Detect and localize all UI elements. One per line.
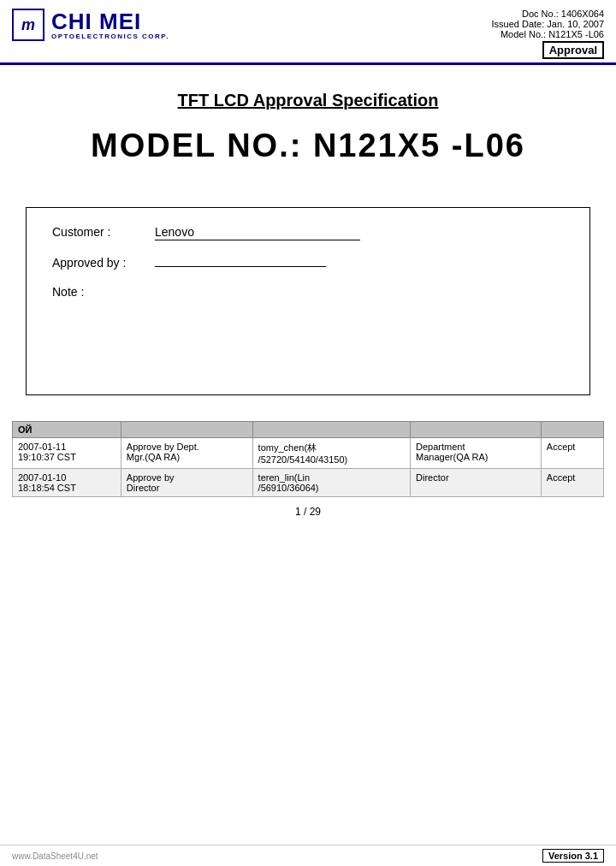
brand-subtitle: OPTOELECTRONICS CORP. xyxy=(51,33,169,40)
table-row: 2007-01-10 18:18:54 CSTApprove by Direct… xyxy=(13,469,604,497)
issued-date: Issued Date: Jan. 10, 2007 xyxy=(492,19,604,29)
page-footer: www.DataSheet4U.net Version 3.1 xyxy=(0,845,616,866)
info-box: Customer : Lenovo Approved by : Note : xyxy=(26,207,590,395)
page-header: m CHI MEI OPTOELECTRONICS CORP. Doc No.:… xyxy=(0,0,616,65)
col-header-status xyxy=(541,422,603,438)
approval-table-wrapper: ОЙ 2007-01-11 19:10:37 CSTApprove by Dep… xyxy=(12,421,604,497)
doc-no: Doc No.: 1406X064 xyxy=(492,9,604,19)
col-header-date: ОЙ xyxy=(13,422,121,438)
logo-text: CHI MEI OPTOELECTRONICS CORP. xyxy=(51,10,169,40)
col-header-role xyxy=(411,422,542,438)
customer-row: Customer : Lenovo xyxy=(52,225,564,240)
customer-label: Customer : xyxy=(52,225,155,239)
table-cell-0-4: Accept xyxy=(541,438,603,469)
logo-icon: m xyxy=(12,9,44,41)
table-cell-0-2: tomy_chen(林 /52720/54140/43150) xyxy=(252,438,410,469)
table-cell-1-2: teren_lin(Lin /56910/36064) xyxy=(252,469,410,497)
table-row: 2007-01-11 19:10:37 CSTApprove by Dept. … xyxy=(13,438,604,469)
table-cell-0-3: Department Manager(QA RA) xyxy=(411,438,542,469)
header-info: Doc No.: 1406X064 Issued Date: Jan. 10, … xyxy=(492,9,604,62)
table-cell-1-1: Approve by Director xyxy=(121,469,252,497)
footer-version: Version 3.1 xyxy=(542,849,604,863)
page-number: 1 / 29 xyxy=(0,506,616,518)
approval-table: ОЙ 2007-01-11 19:10:37 CSTApprove by Dep… xyxy=(12,421,604,497)
main-content: TFT LCD Approval Specification MODEL NO.… xyxy=(0,65,616,207)
logo-area: m CHI MEI OPTOELECTRONICS CORP. xyxy=(12,9,169,41)
footer-website: www.DataSheet4U.net xyxy=(12,851,98,861)
brand-name: CHI MEI xyxy=(51,10,169,33)
note-label: Note : xyxy=(52,285,155,299)
table-cell-1-0: 2007-01-10 18:18:54 CST xyxy=(13,469,121,497)
approved-by-label: Approved by : xyxy=(52,256,155,270)
approved-by-row: Approved by : xyxy=(52,256,564,270)
model-number: MODEL NO.: N121X5 -L06 xyxy=(43,128,573,164)
col-header-person xyxy=(252,422,410,438)
customer-value: Lenovo xyxy=(155,225,360,240)
table-cell-0-1: Approve by Dept. Mgr.(QA RA) xyxy=(121,438,252,469)
table-cell-0-0: 2007-01-11 19:10:37 CST xyxy=(13,438,121,469)
table-cell-1-3: Director xyxy=(411,469,542,497)
col-header-action xyxy=(121,422,252,438)
logo-letter: m xyxy=(21,16,35,34)
approval-badge: Approval xyxy=(542,41,604,59)
table-cell-1-4: Accept xyxy=(541,469,603,497)
document-title: TFT LCD Approval Specification xyxy=(43,91,573,110)
model-no-header: Model No.: N121X5 -L06 xyxy=(492,29,604,39)
approved-by-value xyxy=(155,265,326,267)
note-row: Note : xyxy=(52,285,564,299)
